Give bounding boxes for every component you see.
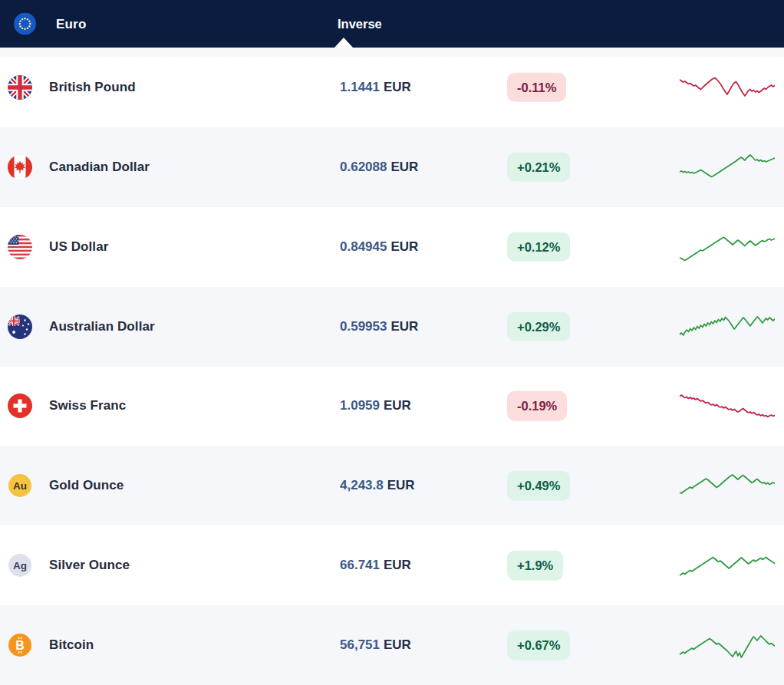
rate-value: 56,751EUR — [340, 637, 411, 653]
asset-name: Gold Ounce — [49, 478, 124, 493]
rate-unit: EUR — [390, 239, 418, 254]
flag-au-icon — [8, 315, 32, 339]
asset-name: Swiss Franc — [49, 398, 126, 413]
asset-name: British Pound — [49, 80, 136, 95]
table-row[interactable]: US Dollar 0.84945EUR +0.12% — [0, 207, 784, 287]
change-badge: +0.29% — [507, 311, 570, 341]
sparkline-chart — [680, 146, 775, 189]
rate-value: 4,243.8EUR — [340, 478, 415, 493]
rate-number: 0.59953 — [340, 319, 387, 334]
crypto-btc-icon — [8, 633, 32, 657]
flag-gb-icon — [8, 75, 32, 100]
sparkline-chart — [680, 226, 775, 268]
rate-value: 66.741EUR — [340, 558, 411, 573]
rate-unit: EUR — [384, 637, 411, 652]
rates-table: British Pound 1.1441EUR -0.11% Canadian … — [0, 48, 784, 685]
rate-number: 56,751 — [340, 637, 380, 652]
rate-unit: EUR — [384, 398, 411, 413]
asset-name: US Dollar — [49, 239, 108, 255]
sparkline-chart — [680, 66, 775, 109]
flag-us-icon — [8, 235, 32, 259]
change-badge: +0.21% — [507, 153, 570, 183]
rate-number: 0.62088 — [340, 160, 387, 174]
sparkline-chart — [680, 305, 775, 348]
change-badge: +1.9% — [507, 551, 563, 581]
table-row[interactable]: Swiss Franc 1.0959EUR -0.19% — [0, 367, 784, 446]
change-badge: -0.11% — [507, 73, 566, 103]
rate-unit: EUR — [384, 80, 411, 94]
rate-value: 0.84945EUR — [340, 239, 418, 255]
base-currency-label: Euro — [56, 16, 87, 31]
sparkline-chart — [680, 464, 775, 507]
rate-number: 1.0959 — [340, 398, 380, 413]
rate-unit: EUR — [390, 319, 418, 334]
asset-name: Australian Dollar — [49, 319, 155, 334]
change-badge: +0.67% — [507, 631, 570, 660]
rate-unit: EUR — [390, 160, 418, 174]
asset-name: Canadian Dollar — [49, 160, 150, 175]
rate-number: 0.84945 — [340, 239, 387, 254]
table-row[interactable]: Gold Ounce 4,243.8EUR +0.49% — [0, 446, 784, 525]
table-row[interactable]: Bitcoin 56,751EUR +0.67% — [0, 605, 784, 685]
metal-silver-icon — [8, 553, 32, 578]
sparkline-chart — [680, 544, 775, 587]
rate-unit: EUR — [384, 558, 411, 572]
change-badge: -0.19% — [507, 391, 567, 421]
tab-inverse[interactable]: Inverse — [338, 17, 382, 31]
asset-name: Silver Ounce — [49, 558, 130, 573]
table-row[interactable]: British Pound 1.1441EUR -0.11% — [0, 48, 784, 127]
asset-name: Bitcoin — [49, 637, 94, 653]
rate-number: 1.1441 — [340, 80, 380, 94]
selected-column-caret-icon — [334, 38, 353, 48]
metal-gold-icon — [8, 473, 32, 498]
table-row[interactable]: Australian Dollar 0.59953EUR +0.29% — [0, 287, 784, 367]
flag-eu-icon — [14, 13, 36, 35]
rate-number: 66.741 — [340, 558, 380, 572]
base-currency[interactable]: Euro — [14, 13, 87, 35]
flag-ch-icon — [8, 394, 32, 418]
currency-header: Euro Inverse — [0, 0, 784, 48]
rate-number: 4,243.8 — [340, 478, 384, 492]
table-row[interactable]: Canadian Dollar 0.62088EUR +0.21% — [0, 127, 784, 207]
change-badge: +0.12% — [507, 232, 570, 262]
change-badge: +0.49% — [507, 471, 570, 501]
rate-value: 1.0959EUR — [340, 398, 411, 413]
rate-value: 0.62088EUR — [340, 160, 418, 175]
sparkline-chart — [680, 624, 775, 667]
flag-ca-icon — [8, 155, 32, 179]
rate-value: 0.59953EUR — [340, 319, 418, 334]
rate-value: 1.1441EUR — [340, 80, 411, 95]
rate-unit: EUR — [387, 478, 415, 492]
table-row[interactable]: Silver Ounce 66.741EUR +1.9% — [0, 525, 784, 605]
sparkline-chart — [680, 384, 775, 427]
